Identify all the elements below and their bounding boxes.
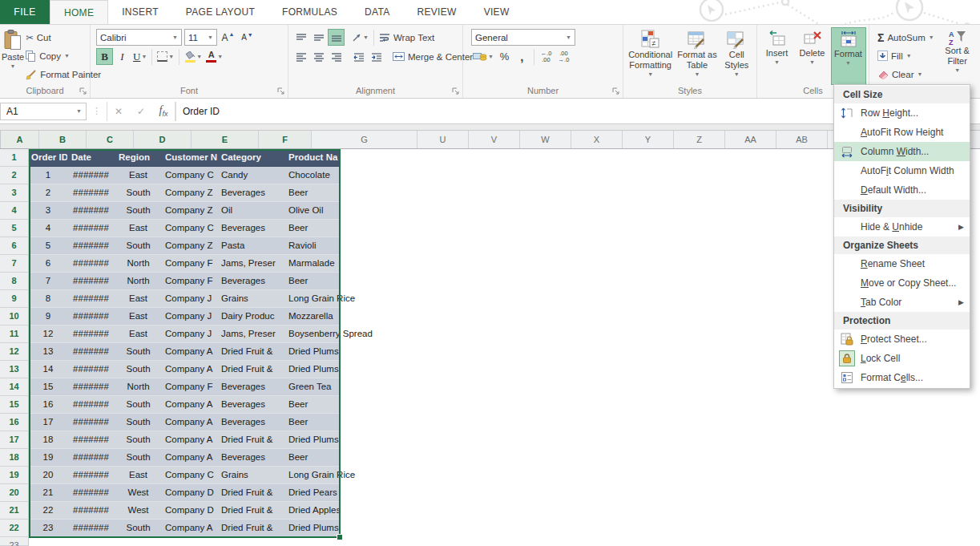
- cell-A16[interactable]: 17: [29, 414, 67, 431]
- cell-F10[interactable]: Mozzarella: [287, 308, 340, 326]
- cell-D15[interactable]: Company A: [162, 396, 220, 414]
- menu-item-move-or-copy-sheet[interactable]: Move or Copy Sheet...: [834, 273, 970, 293]
- cell-D22[interactable]: Company A: [162, 520, 220, 537]
- cell-B6[interactable]: #######: [67, 237, 115, 255]
- cell-F16[interactable]: Beer: [287, 414, 340, 431]
- cell-C21[interactable]: West: [115, 502, 162, 520]
- cell-E1[interactable]: Category: [220, 149, 287, 167]
- cell-D7[interactable]: Company F: [162, 255, 220, 273]
- cell-D14[interactable]: Company F: [162, 378, 220, 396]
- cell-A5[interactable]: 4: [29, 220, 67, 237]
- tab-file[interactable]: FILE: [0, 0, 50, 24]
- cell-B11[interactable]: #######: [67, 326, 115, 343]
- cell-F12[interactable]: Dried Plums: [287, 343, 340, 361]
- cell-B2[interactable]: #######: [67, 167, 115, 184]
- column-header-E[interactable]: E: [192, 131, 259, 148]
- cell-B12[interactable]: #######: [67, 343, 115, 361]
- font-family-select[interactable]: Calibri ▼: [96, 29, 182, 46]
- cell-C6[interactable]: South: [115, 237, 162, 255]
- menu-item-format-cells[interactable]: Format Cells...: [834, 368, 970, 387]
- cell-A7[interactable]: 6: [29, 255, 67, 273]
- cell-A8[interactable]: 7: [29, 273, 67, 290]
- underline-dropdown-icon[interactable]: ▼: [141, 54, 147, 59]
- cell-E22[interactable]: Dried Fruit &: [220, 520, 287, 537]
- row-header-8[interactable]: 8: [0, 273, 29, 290]
- tab-home[interactable]: HOME: [50, 0, 108, 25]
- cell-E10[interactable]: Dairy Produc: [220, 308, 287, 326]
- align-center-button[interactable]: [310, 48, 327, 65]
- cell-C12[interactable]: South: [115, 343, 162, 361]
- cell-A2[interactable]: 1: [29, 167, 67, 184]
- cell-D6[interactable]: Company Z: [162, 237, 220, 255]
- font-color-button[interactable]: A ▼: [204, 48, 224, 65]
- row-header-16[interactable]: 16: [0, 414, 29, 431]
- cell-B1[interactable]: Date: [67, 149, 115, 167]
- menu-item-row-height[interactable]: Row Height...: [834, 103, 970, 123]
- cell-E14[interactable]: Beverages: [220, 378, 287, 396]
- cell-D13[interactable]: Company A: [162, 361, 220, 378]
- cell-D1[interactable]: Customer N: [162, 149, 220, 167]
- orientation-dropdown-icon[interactable]: ▼: [363, 34, 369, 40]
- cell-E4[interactable]: Oil: [220, 202, 287, 220]
- align-left-button[interactable]: [292, 48, 309, 65]
- select-all-corner[interactable]: [0, 131, 1, 148]
- font-dialog-launcher-icon[interactable]: [277, 87, 285, 95]
- row-header-3[interactable]: 3: [0, 184, 29, 202]
- tab-formulas[interactable]: FORMULAS: [268, 0, 351, 24]
- cell-E21[interactable]: Dried Fruit &: [220, 502, 287, 520]
- cell-D4[interactable]: Company Z: [162, 202, 220, 220]
- cell-E13[interactable]: Dried Fruit &: [220, 361, 287, 378]
- cell-F9[interactable]: Long Grain Rice: [287, 290, 340, 308]
- cell-C1[interactable]: Region: [115, 149, 162, 167]
- cell-A21[interactable]: 22: [29, 502, 67, 520]
- row-header-22[interactable]: 22: [0, 520, 29, 537]
- enter-icon[interactable]: ✓: [130, 106, 152, 117]
- cell-D10[interactable]: Company J: [162, 308, 220, 326]
- cell-E12[interactable]: Dried Fruit &: [220, 343, 287, 361]
- cell-C2[interactable]: East: [115, 167, 162, 184]
- cell-F21[interactable]: Dried Apples: [287, 502, 340, 520]
- row-header-14[interactable]: 14: [0, 378, 29, 396]
- menu-item-autofit-row-height[interactable]: AutoFit Row Height: [834, 123, 970, 142]
- clear-dropdown-icon[interactable]: ▼: [917, 71, 922, 77]
- cell-F19[interactable]: Long Grain Rice: [287, 467, 340, 484]
- cell-D18[interactable]: Company A: [162, 449, 220, 467]
- cell-D20[interactable]: Company D: [162, 484, 220, 502]
- cell-C15[interactable]: South: [115, 396, 162, 414]
- row-header-19[interactable]: 19: [0, 467, 29, 484]
- cell-F15[interactable]: Beer: [287, 396, 340, 414]
- row-header-11[interactable]: 11: [0, 326, 29, 343]
- cancel-icon[interactable]: ✕: [107, 106, 130, 117]
- increase-decimal-button[interactable]: ←.0.00: [538, 48, 555, 65]
- decrease-font-size-button[interactable]: A▼: [239, 29, 256, 46]
- row-header-10[interactable]: 10: [0, 308, 29, 326]
- fill-color-dropdown-icon[interactable]: ▼: [196, 54, 202, 59]
- cell-B17[interactable]: #######: [67, 431, 115, 449]
- cell-C7[interactable]: North: [115, 255, 162, 273]
- cell-C5[interactable]: East: [115, 220, 162, 237]
- cell-A12[interactable]: 13: [29, 343, 67, 361]
- cell-C16[interactable]: South: [115, 414, 162, 431]
- cell-F1[interactable]: Product Na: [287, 149, 340, 167]
- cell-A1[interactable]: Order ID: [29, 149, 67, 167]
- cell-C4[interactable]: South: [115, 202, 162, 220]
- cell-E3[interactable]: Beverages: [220, 184, 287, 202]
- orientation-button[interactable]: ▼: [350, 29, 370, 46]
- cell-D2[interactable]: Company C: [162, 167, 220, 184]
- cell-A18[interactable]: 19: [29, 449, 67, 467]
- cell-D8[interactable]: Company F: [162, 273, 220, 290]
- fill-dropdown-icon[interactable]: ▼: [906, 53, 912, 59]
- row-header-7[interactable]: 7: [0, 255, 29, 273]
- cell-B10[interactable]: #######: [67, 308, 115, 326]
- row-header-15[interactable]: 15: [0, 396, 29, 414]
- cell-A11[interactable]: 12: [29, 326, 67, 343]
- cell-F17[interactable]: Dried Plums: [287, 431, 340, 449]
- cell-D17[interactable]: Company A: [162, 431, 220, 449]
- cell-D12[interactable]: Company A: [162, 343, 220, 361]
- number-dialog-launcher-icon[interactable]: [612, 87, 620, 95]
- cell-F5[interactable]: Beer: [287, 220, 340, 237]
- cell-D5[interactable]: Company C: [162, 220, 220, 237]
- cell-E19[interactable]: Grains: [220, 467, 287, 484]
- sort-filter-button[interactable]: A Z Sort & Filter ▼: [939, 27, 976, 85]
- cell-B3[interactable]: #######: [67, 184, 115, 202]
